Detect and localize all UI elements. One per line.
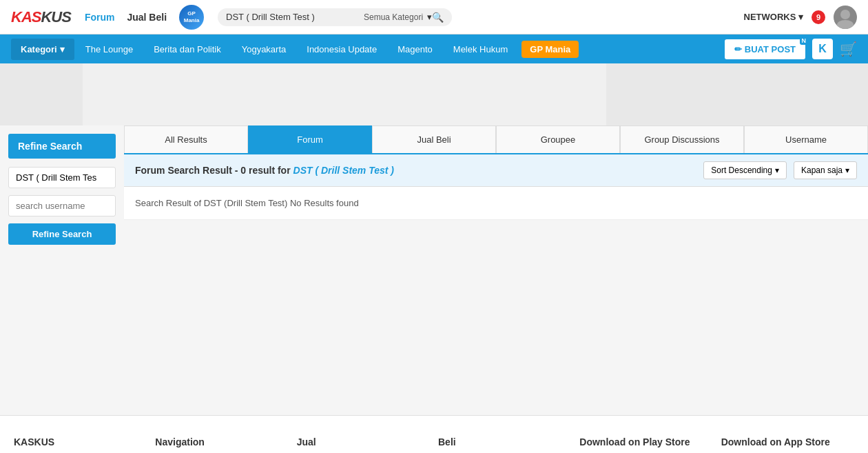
kapan-label: Kapan saja (801, 165, 843, 175)
search-term-input[interactable] (8, 167, 116, 188)
gp-mania-badge[interactable]: GP Mania (521, 41, 579, 58)
user-avatar[interactable] (834, 6, 857, 29)
footer-beli-title: Beli (438, 436, 563, 447)
sidebar: Refine Search Refine Search (0, 125, 124, 401)
footer-navigation: Navigation Forum Jual Beli (147, 436, 288, 453)
banner-right (606, 63, 868, 125)
footer-app-store-title: Download on App Store (721, 436, 846, 447)
result-count-text: - 0 result for (235, 165, 291, 176)
no-results-message: Search Result of DST (Drill Stem Test) N… (124, 187, 868, 220)
tab-group-discussions[interactable]: Group Discussions (620, 125, 744, 153)
kapan-button[interactable]: Kapan saja ▾ (794, 161, 857, 179)
tab-jual-beli[interactable]: Jual Beli (372, 125, 496, 153)
kategori-label: Kategori (21, 44, 57, 54)
sort-label: Sort Descending (711, 165, 772, 175)
nav-indonesia-update[interactable]: Indonesia Update (297, 37, 386, 61)
svg-point-1 (837, 20, 854, 29)
footer-kaskus: KASKUS Pusat Bantuan Tentang Kami (14, 436, 147, 453)
sec-nav-right: ✏ BUAT POST N K 🛒 (725, 39, 857, 59)
nav-magento[interactable]: Magento (388, 37, 442, 61)
footer-beli: Beli Cara Membeli Updated Pembelian - FA… (430, 436, 571, 453)
category-dropdown[interactable]: Semua Kategori (364, 12, 423, 22)
sidebar-refine-button[interactable]: Refine Search (8, 223, 116, 245)
banner-left (0, 63, 83, 125)
search-tabs: All Results Forum Jual Beli Groupee Grou… (124, 125, 868, 154)
search-button[interactable]: 🔍 (432, 12, 444, 23)
n-badge: N (800, 37, 809, 45)
svg-point-0 (840, 10, 850, 19)
nav-the-lounge[interactable]: The Lounge (76, 37, 143, 61)
secondary-navbar: Kategori ▾ The Lounge Berita dan Politik… (0, 34, 868, 63)
kaskus-k-button[interactable]: K (812, 39, 833, 59)
footer-play-store-title: Download on Play Store (579, 436, 704, 447)
search-bar: Semua Kategori ▾ 🔍 (218, 8, 452, 26)
result-query: DST ( Drill Stem Test ) (293, 165, 395, 176)
top-navbar: KASKUS Forum Jual Beli GPMania Semua Kat… (0, 0, 868, 34)
cart-icon[interactable]: 🛒 (840, 41, 857, 57)
result-controls: Sort Descending ▾ Kapan saja ▾ (703, 161, 857, 179)
nav-jual-beli-link[interactable]: Jual Beli (127, 12, 167, 23)
footer-columns: KASKUS Pusat Bantuan Tentang Kami Naviga… (14, 436, 854, 453)
notification-badge[interactable]: 9 (812, 10, 825, 24)
search-input[interactable] (226, 12, 364, 22)
footer-navigation-title: Navigation (155, 436, 280, 447)
refine-search-title: Refine Search (8, 134, 116, 159)
nav-melek-hukum[interactable]: Melek Hukum (444, 37, 517, 61)
tab-groupee[interactable]: Groupee (496, 125, 620, 153)
footer-play-store: Download on Play Store KASKUS Jual Beli … (571, 436, 712, 453)
result-title-prefix: Forum Search Result (135, 165, 232, 176)
tab-forum[interactable]: Forum (248, 125, 372, 153)
networks-label: NETWORKS (744, 12, 796, 22)
result-title: Forum Search Result - 0 result for DST (… (135, 165, 394, 176)
edit-icon: ✏ (734, 44, 742, 54)
username-search-input[interactable] (8, 195, 116, 217)
networks-button[interactable]: NETWORKS ▾ (744, 12, 803, 22)
buat-post-button[interactable]: ✏ BUAT POST N (725, 39, 805, 59)
banner-area (0, 63, 868, 125)
footer: KASKUS Pusat Bantuan Tentang Kami Naviga… (0, 415, 868, 453)
footer-jual: Jual Cara Jual Updated Berjualan - FAQ K… (289, 436, 430, 453)
footer-app-store: Download on App Store KASKUS Jual Beli K… (713, 436, 854, 453)
nav-forum-link[interactable]: Forum (85, 12, 115, 23)
nav-yogyakarta[interactable]: Yogyakarta (232, 37, 296, 61)
tab-all-results[interactable]: All Results (124, 125, 248, 153)
kaskus-logo[interactable]: KASKUS (11, 8, 71, 26)
sort-button[interactable]: Sort Descending ▾ (703, 161, 787, 179)
gp-mania-logo[interactable]: GPMania (179, 5, 204, 30)
tab-username[interactable]: Username (744, 125, 868, 153)
footer-kaskus-title: KASKUS (14, 436, 138, 447)
results-area: All Results Forum Jual Beli Groupee Grou… (124, 125, 868, 401)
main-content: Refine Search Refine Search All Results … (0, 125, 868, 401)
footer-jual-title: Jual (297, 436, 422, 447)
nav-berita-politik[interactable]: Berita dan Politik (144, 37, 231, 61)
kategori-button[interactable]: Kategori ▾ (11, 39, 74, 60)
buat-post-label: BUAT POST (745, 44, 796, 54)
dropdown-arrow-icon: ▾ (427, 12, 432, 22)
top-right-controls: NETWORKS ▾ 9 (744, 6, 857, 29)
result-header: Forum Search Result - 0 result for DST (… (124, 154, 868, 187)
sec-nav-links: The Lounge Berita dan Politik Yogyakarta… (76, 37, 579, 61)
top-nav-links: Forum Jual Beli GPMania (85, 5, 204, 30)
banner-center (83, 63, 606, 125)
